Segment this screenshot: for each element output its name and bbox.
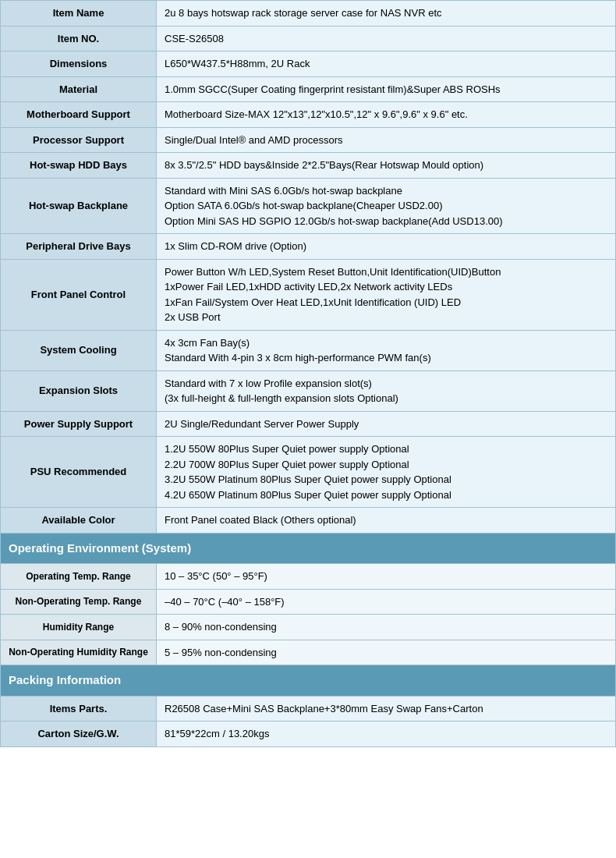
row-value-line: Standard with Mini SAS 6.0Gb/s hot-swap … [165, 185, 402, 197]
row-label: Hot-swap HDD Bays [1, 153, 157, 179]
env-label: Non-Operating Temp. Range [1, 589, 157, 615]
row-value-line: Standard With 4-pin 3 x 8cm high-perform… [165, 352, 431, 363]
env-row: Operating Temp. Range10 – 35°C (50° – 95… [1, 564, 616, 590]
row-value-line: 3.2U 550W Platinum 80Plus Super Quiet po… [165, 473, 451, 485]
section-header-operating: Operating Environment (System) [1, 533, 616, 564]
row-value: Standard with 7 x low Profile expansion … [157, 370, 616, 411]
row-value-line: 2x USB Port [165, 311, 221, 323]
row-label: Expansion Slots [1, 370, 157, 411]
table-row: Motherboard SupportMotherboard Size-MAX … [1, 102, 616, 128]
row-label: PSU Recommended [1, 437, 157, 508]
row-value: Front Panel coated Black (Others optiona… [157, 508, 616, 534]
table-row: DimensionsL650*W437.5*H88mm, 2U Rack [1, 51, 616, 77]
row-value-line: 1xFan Fail/System Over Heat LED,1xUnit I… [165, 296, 461, 308]
packing-row: Carton Size/G.W.81*59*22cm / 13.20kgs [1, 722, 616, 747]
row-value-line: Standard with 7 x low Profile expansion … [165, 378, 372, 389]
row-label: Processor Support [1, 127, 157, 153]
row-label: Item NO. [1, 26, 157, 51]
row-value: 2U Single/Redundant Server Power Supply [157, 411, 616, 437]
row-label: Material [1, 76, 157, 102]
row-value: Power Button W/h LED,System Reset Button… [157, 259, 616, 330]
packing-label: Carton Size/G.W. [1, 722, 157, 747]
row-label: System Cooling [1, 330, 157, 370]
packing-row: Items Parts.R26508 Case+Mini SAS Backpla… [1, 696, 616, 722]
row-value-line: Power Button W/h LED,System Reset Button… [165, 266, 501, 278]
row-value: 2u 8 bays hotswap rack storage server ca… [157, 1, 616, 27]
row-value-line: 1.2U 550W 80Plus Super Quiet power suppl… [165, 443, 409, 455]
table-row: Processor SupportSingle/Dual Intel® and … [1, 127, 616, 153]
packing-label: Items Parts. [1, 696, 157, 722]
row-value-line: 4.2U 650W Platinum 80Plus Super Quiet po… [165, 489, 451, 501]
env-row: Non-Operating Humidity Range5 – 95% non-… [1, 640, 616, 665]
row-value: Motherboard Size-MAX 12"x13",12"x10.5",1… [157, 102, 616, 128]
row-label: Available Color [1, 508, 157, 534]
section-title-packing: Packing Information [1, 665, 616, 697]
packing-value: 81*59*22cm / 13.20kgs [157, 722, 616, 747]
row-value: Single/Dual Intel® and AMD processors [157, 127, 616, 153]
table-row: PSU Recommended1.2U 550W 80Plus Super Qu… [1, 437, 616, 508]
row-value: L650*W437.5*H88mm, 2U Rack [157, 51, 616, 77]
env-label: Humidity Range [1, 615, 157, 640]
row-value-line: 2.2U 700W 80Plus Super Quiet power suppl… [165, 459, 409, 470]
table-row: Item NO.CSE-S26508 [1, 26, 616, 51]
table-row: Front Panel ControlPower Button W/h LED,… [1, 259, 616, 330]
env-label: Non-Operating Humidity Range [1, 640, 157, 665]
row-value-line: 1xPower Fail LED,1xHDD activity LED,2x N… [165, 281, 452, 292]
table-row: Hot-swap BackplaneStandard with Mini SAS… [1, 178, 616, 234]
section-header-packing: Packing Information [1, 665, 616, 697]
row-value: CSE-S26508 [157, 26, 616, 51]
row-label: Dimensions [1, 51, 157, 77]
row-value-line: Option SATA 6.0Gb/s hot-swap backplane(C… [165, 200, 442, 211]
table-row: Power Supply Support2U Single/Redundant … [1, 411, 616, 437]
env-value: 5 – 95% non-condensing [157, 640, 616, 665]
table-row: Item Name2u 8 bays hotswap rack storage … [1, 1, 616, 27]
table-row: Available ColorFront Panel coated Black … [1, 508, 616, 534]
table-row: Expansion SlotsStandard with 7 x low Pro… [1, 370, 616, 411]
section-title-operating: Operating Environment (System) [1, 533, 616, 564]
packing-value: R26508 Case+Mini SAS Backplane+3*80mm Ea… [157, 696, 616, 722]
table-row: Peripheral Drive Bays1x Slim CD-ROM driv… [1, 234, 616, 260]
row-value: 4x 3cm Fan Bay(s)Standard With 4-pin 3 x… [157, 330, 616, 370]
row-label: Front Panel Control [1, 259, 157, 330]
table-row: System Cooling4x 3cm Fan Bay(s)Standard … [1, 330, 616, 370]
row-label: Motherboard Support [1, 102, 157, 128]
row-value: 1x Slim CD-ROM drive (Option) [157, 234, 616, 260]
spec-table: Item Name2u 8 bays hotswap rack storage … [0, 0, 616, 747]
row-label: Power Supply Support [1, 411, 157, 437]
env-row: Non-Operating Temp. Range–40 – 70°C (–40… [1, 589, 616, 615]
row-value-line: Option Mini SAS HD SGPIO 12.0Gb/s hot-sw… [165, 215, 503, 227]
row-label: Hot-swap Backplane [1, 178, 157, 234]
table-row: Hot-swap HDD Bays8x 3.5"/2.5" HDD bays&I… [1, 153, 616, 179]
row-value: 8x 3.5"/2.5" HDD bays&Inside 2*2.5"Bays(… [157, 153, 616, 179]
row-label: Item Name [1, 1, 157, 27]
env-value: 10 – 35°C (50° – 95°F) [157, 564, 616, 590]
row-value-line: 4x 3cm Fan Bay(s) [165, 337, 250, 349]
env-row: Humidity Range8 – 90% non-condensing [1, 615, 616, 640]
row-value: Standard with Mini SAS 6.0Gb/s hot-swap … [157, 178, 616, 234]
env-label: Operating Temp. Range [1, 564, 157, 590]
table-row: Material1.0mm SGCC(Super Coating fingerp… [1, 76, 616, 102]
env-value: 8 – 90% non-condensing [157, 615, 616, 640]
env-value: –40 – 70°C (–40° – 158°F) [157, 589, 616, 615]
row-value-line: (3x full-height & full-length expansion … [165, 392, 398, 404]
row-label: Peripheral Drive Bays [1, 234, 157, 260]
row-value: 1.2U 550W 80Plus Super Quiet power suppl… [157, 437, 616, 508]
row-value: 1.0mm SGCC(Super Coating fingerprint res… [157, 76, 616, 102]
